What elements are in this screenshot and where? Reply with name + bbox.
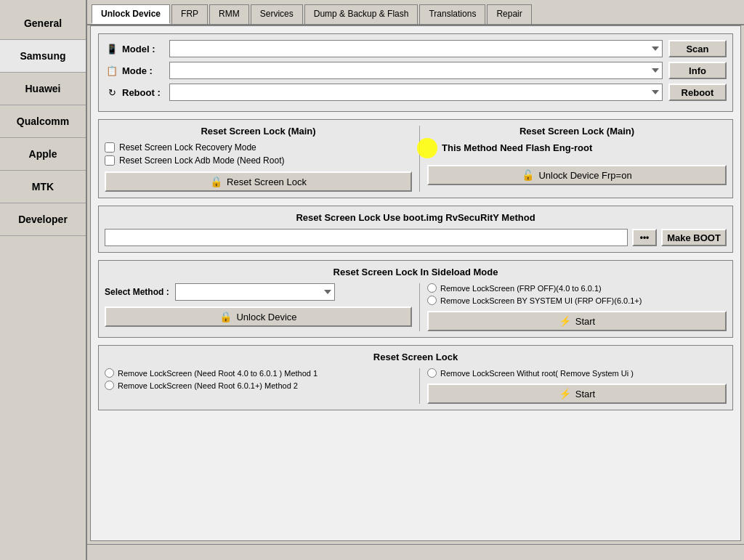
mode-select[interactable] xyxy=(169,62,663,79)
checkbox-adb-label: Reset Screen Lock Adb Mode (Need Root) xyxy=(119,155,284,166)
reset-main-right-header: Reset Screen Lock (Main) xyxy=(427,126,727,137)
start-bottom-button[interactable]: ⚡ Start xyxy=(427,384,727,404)
model-select[interactable] xyxy=(169,40,663,57)
mode-label: Mode : xyxy=(122,65,169,76)
model-icon: 📱 xyxy=(105,44,119,54)
make-boot-button[interactable]: Make BOOT xyxy=(661,229,727,246)
tab-unlock-device[interactable]: Unlock Device xyxy=(92,4,170,24)
radio-frp-off[interactable] xyxy=(427,283,437,293)
reboot-select[interactable] xyxy=(169,84,663,101)
sidebar-item-general[interactable]: General xyxy=(0,7,86,40)
select-method-row: Select Method : xyxy=(105,283,412,301)
radio-need-root-1-row: Remove LockScreen (Need Root 4.0 to 6.0.… xyxy=(105,368,412,378)
tab-translations[interactable]: Translations xyxy=(419,4,485,24)
start-sideload-icon: ⚡ xyxy=(559,315,571,327)
tab-rmm[interactable]: RMM xyxy=(209,4,249,24)
sideload-left: Select Method : 🔒 Unlock Device xyxy=(105,283,412,327)
unlock-device-frp-button[interactable]: 🔓 Unlock Device Frp=on xyxy=(427,165,727,185)
fields-container: 📱 Model : Scan 📋 Mode : Info ↻ Reboot : … xyxy=(98,33,733,112)
tab-services[interactable]: Services xyxy=(251,4,303,24)
method-select[interactable] xyxy=(175,283,335,301)
sidebar-item-apple[interactable]: Apple xyxy=(0,138,86,171)
radio-no-root-row: Remove LockScreen Withut root( Remove Sy… xyxy=(427,368,727,378)
lock-icon: 🔒 xyxy=(210,176,222,187)
checkbox-recovery-row: Reset Screen Lock Recovery Mode xyxy=(105,142,412,153)
cursor-highlight xyxy=(417,138,437,158)
tab-frp[interactable]: FRP xyxy=(171,4,208,24)
bottom-left: Remove LockScreen (Need Root 4.0 to 6.0.… xyxy=(105,368,412,393)
start-bottom-icon: ⚡ xyxy=(559,388,571,399)
reset-main-right: Reset Screen Lock (Main) This Method Nee… xyxy=(419,126,727,192)
checkbox-adb-row: Reset Screen Lock Adb Mode (Need Root) xyxy=(105,155,412,166)
radio-need-root-1-label: Remove LockScreen (Need Root 4.0 to 6.0.… xyxy=(118,369,318,378)
sidebar-item-qualcomm[interactable]: Qualcomm xyxy=(0,105,86,138)
info-button[interactable]: Info xyxy=(668,62,727,79)
sideload-header: Reset Screen Lock In Sideload Mode xyxy=(105,267,727,277)
bottom-reset-section: Reset Screen Lock Remove LockScreen (Nee… xyxy=(98,345,733,410)
status-bar xyxy=(87,544,744,560)
bottom-reset-header: Reset Screen Lock xyxy=(105,352,727,362)
radio-system-ui-label: Remove LockScreen BY SYSTEM UI (FRP OFF)… xyxy=(440,296,642,305)
reset-screen-lock-main-section: Reset Screen Lock (Main) Reset Screen Lo… xyxy=(98,119,733,198)
main-area: Unlock Device FRP RMM Services Dump & Ba… xyxy=(87,0,744,560)
checkbox-recovery-mode[interactable] xyxy=(105,142,115,153)
mode-row: 📋 Mode : Info xyxy=(105,62,727,79)
sidebar-item-mtk[interactable]: MTK xyxy=(0,171,86,203)
radio-frp-off-row: Remove LockScreen (FRP OFF)(4.0 to 6.0.1… xyxy=(427,283,727,293)
sideload-right: Remove LockScreen (FRP OFF)(4.0 to 6.0.1… xyxy=(419,283,727,331)
radio-no-root-label: Remove LockScreen Withut root( Remove Sy… xyxy=(440,369,634,378)
radio-need-root-2-label: Remove LockScreen (Need Root 6.0.1+) Met… xyxy=(118,381,298,390)
radio-need-root-2[interactable] xyxy=(105,381,114,390)
bottom-grid: Remove LockScreen (Need Root 4.0 to 6.0.… xyxy=(105,368,727,404)
reboot-label: Reboot : xyxy=(122,87,169,98)
unlock-sideload-icon: 🔒 xyxy=(219,311,232,322)
radio-need-root-1[interactable] xyxy=(105,368,114,378)
model-row: 📱 Model : Scan xyxy=(105,40,727,57)
bottom-right: Remove LockScreen Withut root( Remove Sy… xyxy=(419,368,727,404)
boot-section-header: Reset Screen Lock Use boot.img RvSecuRit… xyxy=(105,212,727,223)
tab-dump-backup-flash[interactable]: Dump & Backup & Flash xyxy=(304,4,418,24)
boot-section: Reset Screen Lock Use boot.img RvSecuRit… xyxy=(98,206,733,253)
checkbox-recovery-label: Reset Screen Lock Recovery Mode xyxy=(119,142,256,153)
unlock-device-sideload-button[interactable]: 🔒 Unlock Device xyxy=(105,307,412,327)
radio-frp-off-label: Remove LockScreen (FRP OFF)(4.0 to 6.0.1… xyxy=(440,284,602,293)
sidebar: General Samsung Huawei Qualcomm Apple MT… xyxy=(0,0,87,560)
reset-main-left: Reset Screen Lock (Main) Reset Screen Lo… xyxy=(105,126,412,192)
dots-button[interactable]: ••• xyxy=(632,229,657,246)
sidebar-item-samsung[interactable]: Samsung xyxy=(0,40,86,73)
radio-need-root-2-row: Remove LockScreen (Need Root 6.0.1+) Met… xyxy=(105,381,412,390)
tab-bar: Unlock Device FRP RMM Services Dump & Ba… xyxy=(87,0,744,25)
sidebar-item-huawei[interactable]: Huawei xyxy=(0,73,86,105)
sideload-section: Reset Screen Lock In Sideload Mode Selec… xyxy=(98,260,733,338)
checkbox-adb-mode[interactable] xyxy=(105,155,115,166)
model-label: Model : xyxy=(122,44,169,54)
reset-main-two-col: Reset Screen Lock (Main) Reset Screen Lo… xyxy=(105,126,727,192)
select-method-label: Select Method : xyxy=(105,287,169,297)
boot-file-input[interactable] xyxy=(105,229,628,246)
boot-row: ••• Make BOOT xyxy=(105,229,727,246)
reboot-row: ↻ Reboot : Reboot xyxy=(105,84,727,101)
start-sideload-button[interactable]: ⚡ Start xyxy=(427,311,727,331)
radio-system-ui[interactable] xyxy=(427,296,437,305)
flash-eng-root-text: This Method Need Flash Eng-root xyxy=(427,142,592,153)
radio-no-root[interactable] xyxy=(427,368,437,378)
reset-main-left-header: Reset Screen Lock (Main) xyxy=(105,126,412,137)
radio-system-ui-row: Remove LockScreen BY SYSTEM UI (FRP OFF)… xyxy=(427,296,727,305)
reboot-icon: ↻ xyxy=(105,87,119,98)
sideload-grid: Select Method : 🔒 Unlock Device Remove L… xyxy=(105,283,727,331)
content-area: 📱 Model : Scan 📋 Mode : Info ↻ Reboot : … xyxy=(90,25,741,541)
tab-repair[interactable]: Repair xyxy=(487,4,531,24)
reboot-button[interactable]: Reboot xyxy=(668,84,727,101)
reset-screen-lock-button[interactable]: 🔒 Reset Screen Lock xyxy=(105,171,412,192)
sidebar-item-developer[interactable]: Developer xyxy=(0,203,86,236)
mode-icon: 📋 xyxy=(105,65,119,76)
unlock-frp-icon: 🔓 xyxy=(522,169,534,181)
scan-button[interactable]: Scan xyxy=(668,40,727,57)
